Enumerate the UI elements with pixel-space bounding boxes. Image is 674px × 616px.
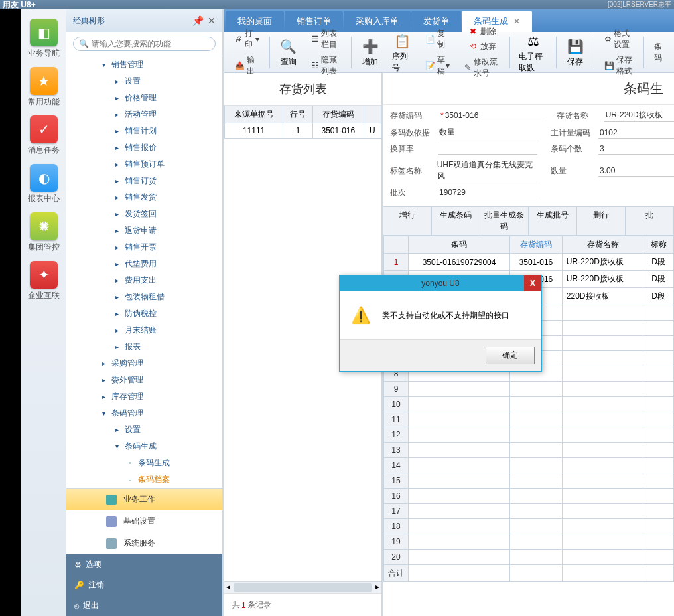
ll-col[interactable]: 存货编码 [312, 106, 364, 123]
search-input[interactable] [92, 39, 210, 48]
grid-col[interactable] [384, 236, 409, 254]
bottomnav-item[interactable]: 系统服务 [66, 532, 222, 554]
rail-报表中心[interactable]: ◐ 报表中心 [25, 161, 62, 207]
tree-node[interactable]: 防伪税控 [66, 305, 222, 322]
detail-title: 条码生 [383, 73, 674, 105]
tree-node[interactable]: 发货签回 [66, 206, 222, 222]
rail-icon: ✓ [30, 116, 58, 143]
tree-node[interactable]: 销售计划 [66, 123, 222, 139]
grid-op[interactable]: 批 [626, 207, 674, 235]
barcode-button[interactable]: 条码 [650, 39, 667, 66]
tree-node[interactable]: 退货申请 [66, 222, 222, 239]
bottomnav-item[interactable]: 业务工作 [66, 489, 222, 510]
warning-icon: ⚠️ [350, 306, 371, 325]
listcol-button[interactable]: ☰列表栏目 [308, 26, 346, 52]
server-info: [002]LRSERVER忠平 [608, 0, 671, 9]
pin-icon[interactable]: 📌 [192, 15, 204, 26]
tree-panel: 经典树形 📌 ✕ 🔍 销售管理设置价格管理活动管理销售计划销售报价销售预订单销售… [66, 9, 224, 616]
grid-col[interactable]: 标称 [643, 236, 674, 254]
error-dialog: yonyou U8 X ⚠️ 类不支持自动化或不支持期望的接口 确定 [339, 275, 542, 372]
grid-col[interactable]: 条码 [409, 236, 510, 254]
tree-node[interactable]: 销售预订单 [66, 156, 222, 173]
bottom-nav: 业务工作 基础设置 系统服务 [66, 488, 222, 554]
rownum-button[interactable]: 📋序列号 [387, 29, 417, 76]
ll-cell[interactable]: 1 [283, 123, 313, 139]
ll-col[interactable]: 来源单据号 [225, 106, 283, 123]
ll-col[interactable] [364, 106, 381, 123]
close-icon[interactable]: ✕ [208, 15, 216, 26]
save-button[interactable]: 💾保存 [560, 34, 590, 70]
discard-button[interactable]: ⟲放弃 [464, 39, 500, 54]
formatset-button[interactable]: ⚙格式设置 [600, 26, 638, 52]
grid-op[interactable]: 生成批号 [529, 207, 577, 235]
tree-node[interactable]: 包装物租借 [66, 289, 222, 305]
grid-op[interactable]: 删行 [577, 207, 626, 235]
foot-item[interactable]: ⎋退出 [66, 595, 222, 616]
query-button[interactable]: 🔍查询 [273, 34, 304, 70]
tree-node[interactable]: 活动管理 [66, 106, 222, 123]
rail-icon: ★ [30, 67, 58, 95]
tab-close-icon[interactable]: ✕ [513, 17, 520, 26]
tree-node[interactable]: 设置 [66, 422, 222, 438]
tree-node[interactable]: 库存管理 [66, 388, 222, 405]
ll-cell[interactable]: U [364, 123, 381, 139]
rail-业务导航[interactable]: ◧ 业务导航 [25, 16, 62, 62]
dialog-close-button[interactable]: X [524, 275, 541, 291]
tree-node[interactable]: 报表 [66, 339, 222, 355]
inventory-list-title: 存货列表 [224, 73, 381, 106]
bottom-foot: ⚙选项🔑注销⎋退出 [66, 554, 222, 616]
rail-icon: ✦ [30, 261, 58, 289]
ll-cell[interactable]: 3501-016 [312, 123, 364, 139]
rail-消息任务[interactable]: ✓ 消息任务 [25, 113, 62, 159]
bottomnav-item[interactable]: 基础设置 [66, 510, 222, 532]
tree-node[interactable]: 设置 [66, 73, 222, 90]
grid-op[interactable]: 批量生成条码 [480, 207, 529, 235]
record-count: 共1条记录 [224, 593, 381, 616]
tree-node[interactable]: 价格管理 [66, 90, 222, 106]
ll-cell[interactable]: 11111 [225, 123, 283, 139]
tree-node[interactable]: 月末结账 [66, 322, 222, 339]
grid-col[interactable]: 存货编码 [510, 236, 563, 254]
tree-node[interactable]: 条码生成 [66, 438, 222, 455]
dialog-ok-button[interactable]: 确定 [486, 346, 535, 364]
tree-node[interactable]: 销售开票 [66, 239, 222, 256]
tree-node[interactable]: 条码档案 [66, 471, 222, 488]
delete-button[interactable]: ✖删除 [464, 24, 500, 39]
foot-item[interactable]: 🔑注销 [66, 575, 222, 595]
search-icon: 🔍 [79, 39, 89, 48]
nav-tree: 销售管理设置价格管理活动管理销售计划销售报价销售预订单销售订货销售发货发货签回退… [66, 56, 222, 488]
tree-node[interactable]: 采购管理 [66, 355, 222, 372]
tree-node[interactable]: 委外管理 [66, 372, 222, 388]
rail-常用功能[interactable]: ★ 常用功能 [25, 64, 62, 110]
toolbar: 🖨打印 ▾ 📤输出 🔍查询 ☰列表栏目 ☷隐藏列表 ➕增加 📋序列号 📄复制 📝… [224, 32, 674, 73]
rail-icon: ◐ [30, 164, 58, 192]
tree-node[interactable]: 条码管理 [66, 405, 222, 422]
rail-icon: ◧ [30, 19, 58, 46]
copy-button[interactable]: 📄复制 [421, 26, 454, 52]
tree-title: 经典树形 [73, 15, 105, 27]
icon-rail: ◧ 业务导航 ★ 常用功能 ✓ 消息任务 ◐ 报表中心 ✺ 集团管控 ✦ 企业互… [0, 9, 66, 616]
rail-集团管控[interactable]: ✺ 集团管控 [25, 210, 62, 256]
tree-node[interactable]: 费用支出 [66, 272, 222, 289]
tree-node[interactable]: 条码生成 [66, 455, 222, 471]
print-button[interactable]: 🖨打印 ▾ [231, 26, 263, 52]
rail-企业互联[interactable]: ✦ 企业互联 [25, 258, 62, 304]
search-box[interactable]: 🔍 [73, 37, 216, 51]
rail-icon: ✺ [30, 212, 58, 240]
dialog-title: yonyou U8 [421, 279, 459, 288]
grid-op[interactable]: 生成条码 [432, 207, 480, 235]
tree-node[interactable]: 代垫费用 [66, 256, 222, 272]
tree-node[interactable]: 销售发货 [66, 189, 222, 206]
add-button[interactable]: ➕增加 [355, 34, 385, 70]
tree-node[interactable]: 销售管理 [66, 56, 222, 73]
grid-op[interactable]: 增行 [383, 207, 432, 235]
grid-col[interactable]: 存货名称 [562, 236, 643, 254]
escale-button[interactable]: ⚖电子秤取数 [513, 29, 553, 76]
foot-item[interactable]: ⚙选项 [66, 554, 222, 575]
tree-node[interactable]: 销售订货 [66, 173, 222, 189]
tree-node[interactable]: 销售报价 [66, 139, 222, 156]
ll-col[interactable]: 行号 [283, 106, 313, 123]
dialog-message: 类不支持自动化或不支持期望的接口 [382, 310, 509, 321]
